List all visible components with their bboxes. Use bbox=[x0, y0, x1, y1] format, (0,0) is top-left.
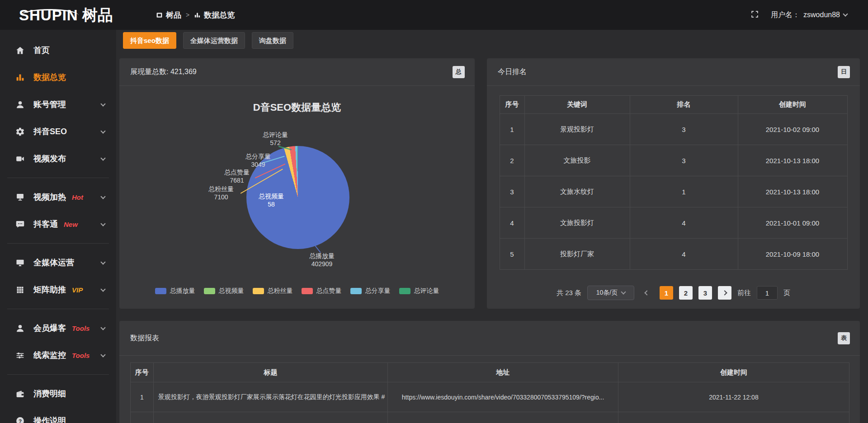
prev-page-button[interactable] bbox=[640, 286, 654, 300]
pie-label-videos: 总视频量58 bbox=[250, 192, 293, 208]
sidebar-item-home[interactable]: 首页 bbox=[0, 37, 116, 64]
home-icon bbox=[15, 45, 26, 55]
next-page-button[interactable] bbox=[718, 286, 731, 300]
col-index: 序号 bbox=[131, 363, 154, 382]
sidebar-item-label: 全媒体运营 bbox=[33, 257, 74, 268]
sliders-icon bbox=[15, 350, 26, 360]
chat-icon bbox=[15, 219, 26, 229]
sidebar-item-video-publish[interactable]: 视频发布 bbox=[0, 145, 116, 172]
pagination: 共 23 条 10条/页 1 2 3 前往 页 bbox=[487, 286, 860, 300]
legend-swatch bbox=[399, 288, 410, 294]
video-link[interactable]: https://www.iesdouyin.com/share/video/70… bbox=[388, 382, 618, 412]
vip-badge: VIP bbox=[72, 286, 83, 294]
table-row: 1景观投影灯 32021-10-02 09:00 bbox=[500, 114, 847, 145]
breadcrumb-item-current[interactable]: 数据总览 bbox=[194, 10, 235, 20]
sidebar-item-douketong[interactable]: 抖客通 New bbox=[0, 211, 116, 238]
sidebar-item-label: 账号管理 bbox=[33, 99, 66, 110]
sidebar-item-data-overview[interactable]: 数据总览 bbox=[0, 64, 116, 91]
breadcrumb-label: 树品 bbox=[166, 10, 181, 20]
page-button-3[interactable]: 3 bbox=[698, 286, 712, 300]
chevron-down-icon bbox=[621, 289, 626, 294]
page-size-select[interactable]: 10条/页 bbox=[587, 286, 634, 300]
sidebar-item-label: 视频发布 bbox=[33, 153, 66, 164]
video-title: 景观投影灯，夜游景观投影灯厂家展示展示落花灯在花园里的灯光投影应用效果 # bbox=[153, 382, 388, 412]
sidebar-item-lead-monitor[interactable]: 线索监控 Tools bbox=[0, 342, 116, 369]
col-index: 序号 bbox=[500, 96, 524, 114]
goto-page-input[interactable] bbox=[757, 286, 778, 300]
sidebar-item-douyin-seo[interactable]: 抖音SEO bbox=[0, 118, 116, 145]
bar-chart-icon bbox=[194, 12, 201, 19]
pie-label-plays: 总播放量402909 bbox=[300, 252, 344, 268]
sidebar-item-matrix-boost[interactable]: 矩阵助推 VIP bbox=[0, 276, 116, 303]
legend-item[interactable]: 总评论量 bbox=[399, 287, 439, 295]
today-ranking-panel: 今日排名 日 序号 关键词 排名 创建时间 1景观投影灯 32021-10-02… bbox=[487, 58, 860, 309]
sidebar-divider bbox=[7, 178, 109, 178]
col-created: 创建时间 bbox=[738, 96, 847, 114]
monitor-icon bbox=[15, 258, 26, 268]
chevron-down-icon bbox=[100, 101, 105, 106]
tab-douyin-seo-data[interactable]: 抖音seo数据 bbox=[123, 32, 176, 49]
page-button-2[interactable]: 2 bbox=[679, 286, 693, 300]
tab-media-operation-data[interactable]: 全媒体运营数据 bbox=[183, 32, 245, 49]
legend-item[interactable]: 总视频量 bbox=[204, 287, 244, 295]
sidebar-item-help[interactable]: ? 操作说明 bbox=[0, 407, 116, 423]
page-button-1[interactable]: 1 bbox=[660, 286, 673, 300]
legend-item[interactable]: 总点赞量 bbox=[302, 287, 342, 295]
sidebar-item-label: 抖音SEO bbox=[33, 126, 67, 137]
user-label: 用户名： bbox=[771, 10, 800, 20]
day-badge-button[interactable]: 日 bbox=[838, 66, 850, 78]
sidebar-item-member-burst[interactable]: 会员爆客 Tools bbox=[0, 315, 116, 342]
wallet-icon bbox=[15, 389, 26, 399]
chevron-down-icon bbox=[100, 259, 105, 264]
tools-badge: Tools bbox=[72, 324, 90, 332]
chevron-down-icon bbox=[843, 11, 848, 16]
sidebar-item-account[interactable]: 账号管理 bbox=[0, 91, 116, 118]
chart-legend: 总播放量 总视频量 总粉丝量 总点赞量 总分享量 总评论量 bbox=[119, 287, 475, 295]
col-created: 创建时间 bbox=[618, 363, 849, 382]
chevron-down-icon bbox=[100, 155, 105, 160]
legend-swatch bbox=[204, 288, 215, 294]
table-row: 4文旅投影灯 42021-10-01 09:00 bbox=[500, 207, 847, 239]
legend-swatch bbox=[302, 288, 313, 294]
total-badge-button[interactable]: 总 bbox=[453, 66, 465, 78]
member-icon bbox=[15, 323, 26, 333]
sidebar-item-video-heat[interactable]: 视频加热 Hot bbox=[0, 183, 116, 211]
table-badge-button[interactable]: 表 bbox=[838, 332, 850, 344]
ranking-title: 今日排名 bbox=[498, 67, 527, 77]
chart-panel-header: 展现量总数: 421,369 总 bbox=[119, 58, 475, 86]
col-url: 地址 bbox=[388, 363, 618, 382]
report-panel-header: 数据报表 表 bbox=[119, 321, 860, 356]
chevron-down-icon bbox=[100, 128, 105, 133]
window-icon bbox=[156, 12, 163, 19]
user-menu[interactable]: 用户名：zswodun88 bbox=[771, 10, 847, 20]
main-content: 抖音seo数据 全媒体运营数据 询盘数据 展现量总数: 421,369 总 D音… bbox=[116, 30, 868, 423]
table-row: 2文旅投影 32021-10-13 18:00 bbox=[500, 145, 847, 176]
topbar-right: 用户名：zswodun88 bbox=[750, 10, 868, 20]
pie-label-shares: 总分享量3049 bbox=[236, 152, 280, 169]
sidebar-item-media-operation[interactable]: 全媒体运营 bbox=[0, 249, 116, 276]
sidebar: 首页 数据总览 账号管理 抖音SEO 视频发布 视频加热 Hot 抖客通 New… bbox=[0, 30, 116, 423]
breadcrumb-item-home[interactable]: 树品 bbox=[156, 10, 181, 20]
breadcrumb-label: 数据总览 bbox=[204, 10, 235, 20]
hot-badge: Hot bbox=[72, 193, 83, 201]
breadcrumb: 树品 > 数据总览 bbox=[156, 10, 235, 20]
table-row: 5投影灯厂家 42021-10-09 18:00 bbox=[500, 239, 847, 270]
svg-text:?: ? bbox=[19, 418, 22, 423]
goto-label: 前往 bbox=[737, 289, 751, 297]
sidebar-item-label: 数据总览 bbox=[33, 72, 66, 83]
legend-item[interactable]: 总分享量 bbox=[350, 287, 391, 295]
pie-label-comments: 总评论量572 bbox=[254, 131, 297, 147]
legend-swatch bbox=[253, 288, 264, 294]
legend-item[interactable]: 总播放量 bbox=[155, 287, 195, 295]
sidebar-item-label: 线索监控 bbox=[33, 350, 66, 361]
topbar: SHUPIN 树品 树品 > 数据总览 用户名：zswodun88 bbox=[0, 0, 868, 30]
chevron-down-icon bbox=[100, 221, 105, 226]
pie-label-likes: 总点赞量7681 bbox=[215, 168, 259, 184]
sidebar-item-consumption[interactable]: 消费明细 bbox=[0, 380, 116, 407]
fullscreen-icon[interactable] bbox=[750, 10, 759, 20]
chart-title: D音SEO数据量总览 bbox=[119, 101, 475, 114]
username: zswodun88 bbox=[803, 11, 840, 19]
logo-text-cn: 树品 bbox=[82, 7, 113, 23]
legend-item[interactable]: 总粉丝量 bbox=[253, 287, 293, 295]
tab-inquiry-data[interactable]: 询盘数据 bbox=[252, 32, 293, 49]
